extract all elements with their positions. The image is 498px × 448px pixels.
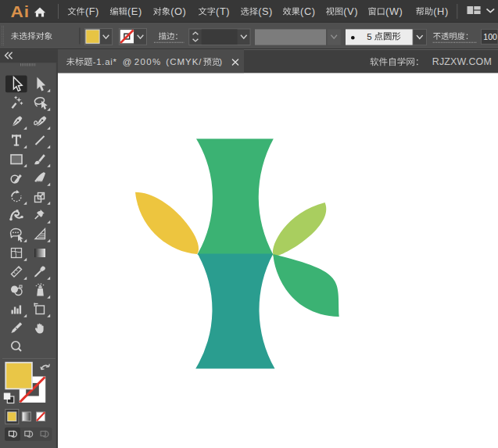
svg-text:5: 5 <box>367 32 371 41</box>
svg-text:Ai: Ai <box>11 4 30 20</box>
svg-text:(V): (V) <box>343 5 358 17</box>
svg-text:(F): (F) <box>85 5 99 17</box>
svg-text:RJZXW.COM: RJZXW.COM <box>432 56 492 67</box>
svg-text:): ) <box>219 57 222 66</box>
svg-text:(C): (C) <box>300 5 315 17</box>
svg-text:100: 100 <box>483 32 497 41</box>
svg-text:(E): (E) <box>127 5 142 17</box>
svg-text:(O): (O) <box>170 5 186 17</box>
svg-text:(T): (T) <box>216 5 230 17</box>
svg-text:(S): (S) <box>258 5 273 17</box>
svg-text:(H): (H) <box>433 5 448 17</box>
svg-text:-1.ai*: -1.ai* <box>93 57 117 66</box>
svg-text:(CMYK/: (CMYK/ <box>166 57 202 66</box>
svg-text:@: @ <box>123 57 132 66</box>
svg-text:200%: 200% <box>134 57 162 66</box>
svg-text:(W): (W) <box>385 5 403 17</box>
